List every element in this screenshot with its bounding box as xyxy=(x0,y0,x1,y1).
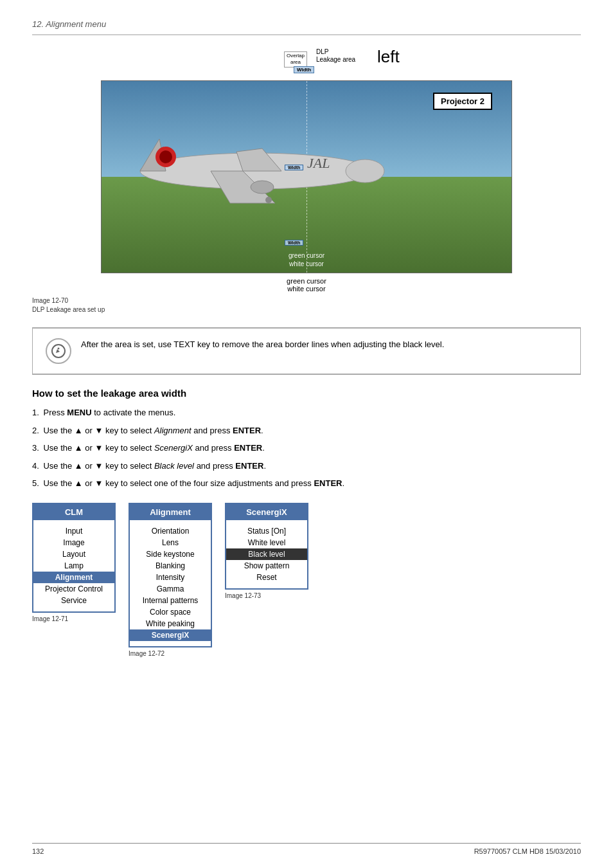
doc-reference: R59770057 CLM HD8 15/03/2010 xyxy=(474,847,581,855)
svg-point-7 xyxy=(159,150,172,163)
align-item-side-keystone[interactable]: Side keystone xyxy=(130,548,211,560)
step-3: 3. Use the ▲ or ▼ key to select Scenergi… xyxy=(32,442,581,455)
info-text: After the area is set, use TEXT key to r… xyxy=(81,338,444,351)
svg-point-9 xyxy=(265,197,272,203)
scenerigix-item-show-pattern[interactable]: Show pattern xyxy=(226,560,307,572)
overlap-area-label: Overlap area xyxy=(284,51,307,68)
scenerigix-item-black-level[interactable]: Black level xyxy=(226,548,307,560)
width-box-mid: Width xyxy=(285,165,303,170)
scene-bottom-labels: green cursor white cursor xyxy=(101,277,512,293)
diagram-section: Overlap area DLP Leakage area left Width… xyxy=(32,48,581,314)
clm-item-projector-control[interactable]: Projector Control xyxy=(33,583,114,595)
scenerigix-item-status[interactable]: Status [On] xyxy=(226,525,307,537)
clm-item-lamp[interactable]: Lamp xyxy=(33,560,114,572)
page-header: 12. Alignment menu xyxy=(32,19,581,35)
scenerigix-caption: Image 12-73 xyxy=(225,592,308,599)
width-top-indicator: Width xyxy=(294,66,314,73)
clm-menu-section: CLM Input Image Layout Lamp Alignment Pr… xyxy=(32,503,116,622)
align-item-lens[interactable]: Lens xyxy=(130,537,211,548)
scenerigix-menu-body: Status [On] White level Black level Show… xyxy=(226,520,307,588)
clm-item-image[interactable]: Image xyxy=(33,537,114,548)
clm-item-layout[interactable]: Layout xyxy=(33,548,114,560)
clm-menu-body: Input Image Layout Lamp Alignment Projec… xyxy=(33,520,114,611)
top-annotation: Overlap area DLP Leakage area left Width xyxy=(101,48,512,80)
alignment-menu-header: Alignment xyxy=(130,504,211,520)
align-item-gamma[interactable]: Gamma xyxy=(130,583,211,595)
scenerigix-item-reset[interactable]: Reset xyxy=(226,572,307,583)
step-4: 4. Use the ▲ or ▼ key to select Black le… xyxy=(32,460,581,473)
clm-menu-header: CLM xyxy=(33,504,114,520)
step-5: 5. Use the ▲ or ▼ key to select one of t… xyxy=(32,477,581,490)
svg-point-1 xyxy=(346,159,384,183)
svg-point-11 xyxy=(58,348,60,350)
menu-tables: CLM Input Image Layout Lamp Alignment Pr… xyxy=(32,503,581,657)
scene-image: Projector 2 JAL xyxy=(101,80,512,273)
scene-outer: Overlap area DLP Leakage area left Width… xyxy=(101,48,512,293)
svg-text:JAL: JAL xyxy=(307,155,330,171)
diagram-caption: Image 12-70 DLP Leakage area set up xyxy=(32,296,581,314)
alignment-caption: Image 12-72 xyxy=(129,650,212,657)
page-title: 12. Alignment menu xyxy=(32,19,106,29)
align-item-color-space[interactable]: Color space xyxy=(130,606,211,618)
pencil-icon xyxy=(51,343,66,359)
projector2-box: Projector 2 xyxy=(433,93,492,110)
clm-item-alignment[interactable]: Alignment xyxy=(33,572,114,583)
alignment-menu: Alignment Orientation Lens Side keystone… xyxy=(129,503,212,647)
green-cursor-text: green cursor xyxy=(287,277,326,285)
align-item-blanking[interactable]: Blanking xyxy=(130,560,211,572)
alignment-menu-section: Alignment Orientation Lens Side keystone… xyxy=(129,503,212,657)
align-item-internal-patterns[interactable]: Internal patterns xyxy=(130,595,211,606)
step-1: 1. Press MENU to activate the menus. xyxy=(32,406,581,419)
scenerigix-item-white-level[interactable]: White level xyxy=(226,537,307,548)
info-box: After the area is set, use TEXT key to r… xyxy=(32,327,581,375)
dlp-label: DLP xyxy=(316,48,328,55)
airplane-svg: JAL xyxy=(114,113,436,216)
leakage-area-label: Leakage area xyxy=(316,56,355,63)
page-number: 132 xyxy=(32,847,44,855)
left-label: left xyxy=(377,48,400,65)
align-item-orientation[interactable]: Orientation xyxy=(130,525,211,537)
width-box-bottom: Width xyxy=(285,240,303,246)
step-2: 2. Use the ▲ or ▼ key to select Alignmen… xyxy=(32,424,581,437)
svg-point-8 xyxy=(251,181,274,194)
align-item-scenerigix[interactable]: ScenergiX xyxy=(130,629,211,641)
clm-caption: Image 12-71 xyxy=(32,615,116,622)
clm-menu: CLM Input Image Layout Lamp Alignment Pr… xyxy=(32,503,116,613)
align-item-intensity[interactable]: Intensity xyxy=(130,572,211,583)
scenerigix-menu-header: ScenergiX xyxy=(226,504,307,520)
clm-item-service[interactable]: Service xyxy=(33,595,114,606)
white-cursor-text: white cursor xyxy=(287,285,325,293)
scenerigix-menu: ScenergiX Status [On] White level Black … xyxy=(225,503,308,590)
align-item-white-peaking[interactable]: White peaking xyxy=(130,618,211,629)
page-footer: 132 R59770057 CLM HD8 15/03/2010 xyxy=(32,843,581,855)
page-container: 12. Alignment menu Overlap area DLP Leak… xyxy=(0,0,613,696)
clm-item-input[interactable]: Input xyxy=(33,525,114,537)
info-icon xyxy=(46,338,71,364)
steps-list: 1. Press MENU to activate the menus. 2. … xyxy=(32,406,581,490)
scenerigix-menu-wrap: ScenergiX Status [On] White level Black … xyxy=(225,503,308,599)
section-heading: How to set the leakage area width xyxy=(32,388,581,399)
alignment-menu-body: Orientation Lens Side keystone Blanking … xyxy=(130,520,211,646)
